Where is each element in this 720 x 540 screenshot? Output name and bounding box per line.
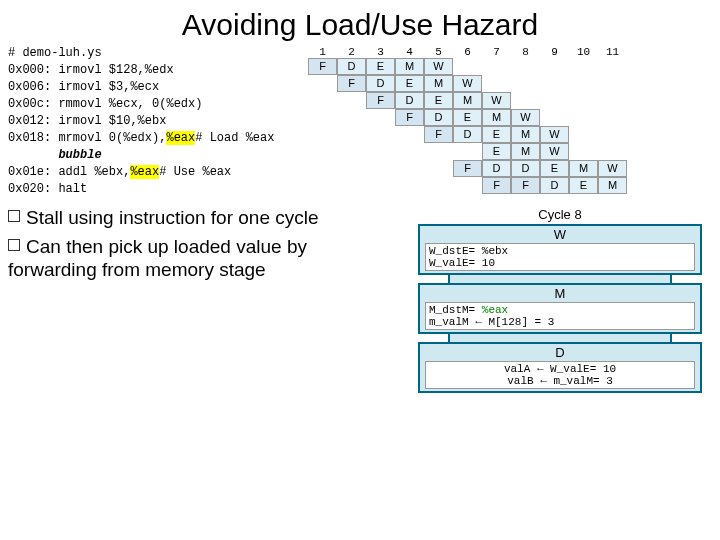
stage-m: M M_dstM= %eaxm_valM ← M[128] = 3 (418, 283, 702, 334)
stage-w: W W_dstE= %ebxW_valE= 10 (418, 224, 702, 275)
bullet-icon (8, 210, 20, 222)
page-title: Avoiding Load/Use Hazard (8, 8, 712, 42)
cycle-diagram: Cycle 8 W W_dstE= %ebxW_valE= 10 M M_dst… (408, 207, 712, 393)
bullet-icon (8, 239, 20, 251)
cycle-label: Cycle 8 (408, 207, 712, 222)
pipeline-grid: 1234567891011FDEMWFDEMWFDEMWFDEMWFDEMWEM… (308, 46, 627, 194)
bullet-list: Stall using instruction for one cycle Ca… (8, 207, 358, 393)
stage-d: D valA ← W_valE= 10valB ← m_valM= 3 (418, 342, 702, 393)
code-pipeline-area: # demo-luh.ys 0x000: irmovl $128,%edx0x0… (8, 46, 712, 199)
